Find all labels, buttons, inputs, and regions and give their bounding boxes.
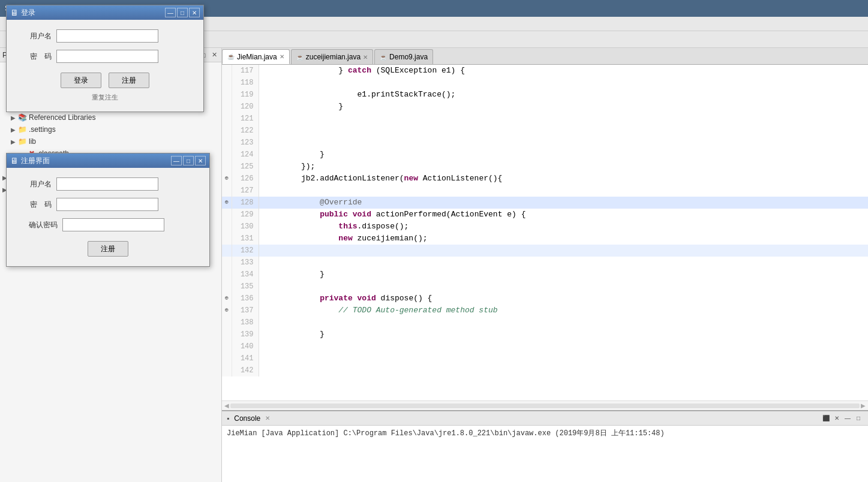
login-dialog-close-btn[interactable]: ✕ [189, 8, 200, 17]
line-num: 134 [232, 269, 259, 281]
line-marker [222, 161, 232, 173]
tree-arrow-settings: ▶ [11, 126, 18, 133]
line-content [259, 281, 868, 293]
tab-java-icon-jiemian: ☕ [227, 53, 235, 60]
console-tab-close-icon[interactable]: ✕ [265, 415, 270, 421]
line-num: 122 [232, 125, 259, 137]
login-dialog-title-left: 🖥 登录 [10, 8, 35, 18]
tab-close-jiemian[interactable]: ✕ [280, 53, 284, 60]
line-content [259, 341, 868, 353]
register-password-input[interactable] [56, 198, 158, 211]
console-maximize-btn[interactable]: □ [854, 414, 863, 423]
line-num: 141 [232, 353, 259, 364]
register-username-input[interactable] [56, 177, 158, 191]
register-dialog-close-btn[interactable]: ✕ [195, 156, 206, 165]
line-num: 119 [232, 89, 259, 101]
table-row: 117 } catch (SQLException e1) { [222, 65, 868, 77]
line-marker [222, 233, 232, 245]
line-num: 127 [232, 185, 259, 197]
console-header-right: ⬛ ✕ — □ [821, 414, 863, 423]
table-row: 129 public void actionPerformed(ActionEv… [222, 209, 868, 221]
folder-icon-settings: 📁 [18, 125, 27, 134]
line-content: this.dispose(); [259, 221, 868, 233]
line-content [259, 185, 868, 197]
register-confirm-password-input[interactable] [62, 218, 164, 231]
line-num: 120 [232, 101, 259, 113]
register-dialog-icon: 🖥 [10, 156, 19, 165]
register-submit-btn[interactable]: 注册 [88, 241, 128, 257]
console-minimize-btn[interactable]: — [843, 414, 852, 423]
login-dialog-buttons: 登录 注册 [19, 73, 191, 88]
login-dialog-title: 登录 [21, 8, 35, 18]
tree-item-lib[interactable]: ▶ 📁 lib [0, 135, 221, 147]
login-dialog-controls: — □ ✕ [165, 8, 200, 17]
line-marker [222, 185, 232, 197]
scroll-left-arrow[interactable]: ◀ [224, 402, 229, 409]
line-content: private void dispose() { [259, 293, 868, 305]
line-marker [222, 89, 232, 101]
tab-java-icon-demo9: ☕ [380, 54, 387, 61]
line-marker [222, 113, 232, 125]
line-marker: ⊕ [222, 197, 232, 209]
register-dialog-buttons: 注册 [19, 241, 197, 257]
console-icon: ▪ [227, 414, 229, 423]
tab-jiemian-java[interactable]: ☕ JieMian.java ✕ [222, 49, 290, 64]
register-dialog-minimize-btn[interactable]: — [171, 156, 182, 165]
code-table: 117 } catch (SQLException e1) { 118 119 [222, 65, 868, 376]
login-password-input[interactable] [56, 50, 158, 63]
table-row: 130 this.dispose(); [222, 221, 868, 233]
line-num: 124 [232, 149, 259, 161]
register-confirm-password-row: 确认密码 [19, 218, 197, 231]
console-header: ▪ Console ✕ ⬛ ✕ — □ [222, 411, 868, 426]
tree-item-ref-libraries[interactable]: ▶ 📚 Referenced Libraries [0, 112, 221, 123]
ref-libraries-icon: 📚 [18, 113, 27, 122]
register-dialog-titlebar: 🖥 注册界面 — □ ✕ [7, 153, 209, 168]
sidebar-close-icon[interactable]: ✕ [209, 50, 219, 60]
line-content [259, 113, 868, 125]
tab-demo9-java[interactable]: ☕ Demo9.java [374, 49, 433, 64]
login-dialog-maximize-btn[interactable]: □ [177, 8, 188, 17]
line-marker: ⊕ [222, 305, 232, 317]
console-content: JieMian [Java Application] C:\Program Fi… [222, 426, 868, 482]
line-content [259, 245, 868, 257]
table-row: ⊕ 128 @Override [222, 197, 868, 209]
line-num: 135 [232, 281, 259, 293]
code-editor[interactable]: 117 } catch (SQLException e1) { 118 119 [222, 65, 868, 400]
table-row-current: 132 [222, 245, 868, 257]
line-marker [222, 341, 232, 353]
line-num: 142 [232, 364, 259, 376]
line-content: public void actionPerformed(ActionEvent … [259, 209, 868, 221]
tree-label-settings: .settings [29, 125, 56, 134]
table-row: ⊕ 136 private void dispose() { [222, 293, 868, 305]
console-stop-btn[interactable]: ⬛ [821, 414, 831, 423]
line-num: 128 [232, 197, 259, 209]
line-num: 137 [232, 305, 259, 317]
register-dialog-maximize-btn[interactable]: □ [183, 156, 194, 165]
table-row: 125 }); [222, 161, 868, 173]
editor-tabs: ☕ JieMian.java ✕ ☕ zuceijiemian.java ✕ ☕… [222, 48, 868, 65]
line-marker [222, 317, 232, 329]
tab-zuceijiemian-java[interactable]: ☕ zuceijiemian.java ✕ [291, 49, 373, 64]
login-dialog-minimize-btn[interactable]: — [165, 8, 176, 17]
table-row: 138 [222, 317, 868, 329]
login-username-input[interactable] [56, 29, 158, 43]
line-content [259, 137, 868, 149]
scroll-right-arrow[interactable]: ▶ [861, 402, 866, 409]
line-marker [222, 77, 232, 89]
horizontal-scrollbar[interactable] [230, 403, 860, 408]
tab-close-zucei[interactable]: ✕ [363, 54, 368, 61]
login-register-btn[interactable]: 注册 [109, 73, 149, 88]
line-num: 126 [232, 173, 259, 185]
tree-item-settings[interactable]: ▶ 📁 .settings [0, 123, 221, 135]
line-content [259, 353, 868, 364]
line-content [259, 125, 868, 137]
login-submit-btn[interactable]: 登录 [61, 73, 101, 88]
line-marker: ⊕ [222, 293, 232, 305]
tree-label-lib: lib [29, 137, 36, 146]
line-num: 138 [232, 317, 259, 329]
register-dialog-content: 用户名 密 码 确认密码 注册 [7, 168, 209, 266]
line-marker [222, 353, 232, 364]
table-row: 123 [222, 137, 868, 149]
console-clear-btn[interactable]: ✕ [832, 414, 842, 423]
line-marker [222, 209, 232, 221]
